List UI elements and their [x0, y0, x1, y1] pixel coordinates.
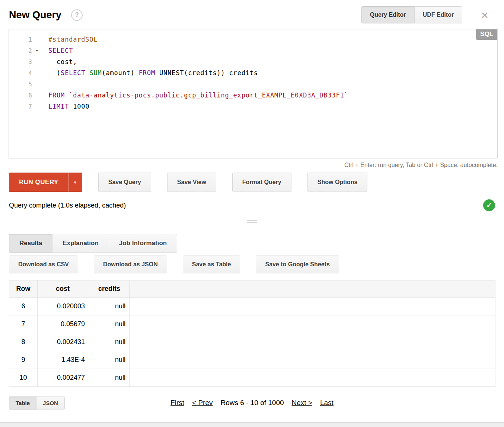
row-number-cell: 10 — [9, 369, 38, 387]
results-footer: Table JSON First < Prev Rows 6 - 10 of 1… — [9, 395, 495, 410]
gutter-line: 4 — [9, 67, 42, 78]
results-tbody: 60.020003null70.05679null80.002431null91… — [9, 298, 495, 387]
view-table-button[interactable]: Table — [9, 396, 36, 410]
tab-explanation[interactable]: Explanation — [52, 234, 109, 253]
sql-language-badge: SQL — [476, 29, 497, 40]
empty-cell — [130, 369, 495, 387]
header-spacer — [130, 280, 495, 298]
cost-cell: 0.020003 — [38, 298, 90, 315]
run-query-button[interactable]: RUN QUERY ▼ — [9, 173, 82, 192]
save-to-sheets-button[interactable]: Save to Google Sheets — [256, 256, 339, 273]
footer-strip — [0, 422, 504, 427]
cost-cell: 0.002431 — [38, 333, 90, 351]
save-view-button[interactable]: Save View — [167, 173, 216, 192]
editor-mode-switcher: Query Editor UDF Editor — [361, 6, 462, 23]
sql-editor[interactable]: 12▾34567 #standardSQLSELECT cost, (SELEC… — [9, 29, 498, 158]
header-credits: credits — [90, 280, 130, 298]
header-cost: cost — [38, 280, 90, 298]
table-row: 70.05679null — [9, 315, 495, 333]
pagination: First < Prev Rows 6 - 10 of 1000 Next > … — [170, 399, 334, 407]
empty-cell — [130, 315, 495, 333]
run-query-dropdown-icon[interactable]: ▼ — [68, 173, 82, 192]
run-query-label: RUN QUERY — [9, 173, 68, 192]
code-line[interactable]: SELECT — [48, 45, 497, 56]
row-number-cell: 7 — [9, 315, 38, 333]
fold-toggle-icon[interactable]: ▾ — [32, 48, 42, 53]
pagination-info: Rows 6 - 10 of 1000 — [220, 399, 284, 407]
code-line[interactable]: FROM `data-analytics-pocs.public.gcp_bil… — [48, 90, 497, 101]
export-actions: Download as CSV Download as JSON Save as… — [9, 256, 495, 273]
gutter-line: 5 — [9, 78, 42, 90]
code-line[interactable]: #standardSQL — [48, 34, 497, 45]
results-table: Row cost credits 60.020003null70.05679nu… — [9, 280, 495, 387]
editor-gutter: 12▾34567 — [9, 29, 42, 158]
table-row: 80.002431null — [9, 333, 495, 351]
row-number-cell: 8 — [9, 333, 38, 351]
pagination-first-link[interactable]: First — [170, 399, 184, 407]
credits-cell: null — [90, 369, 130, 387]
code-line[interactable]: cost, — [48, 56, 497, 67]
code-line[interactable]: LIMIT 1000 — [48, 101, 497, 112]
pagination-last-link[interactable]: Last — [320, 399, 334, 407]
empty-cell — [130, 333, 495, 351]
gutter-line: 1 — [9, 34, 42, 45]
credits-cell: null — [90, 333, 130, 351]
format-query-button[interactable]: Format Query — [232, 173, 291, 192]
row-number-cell: 9 — [9, 351, 38, 369]
download-json-button[interactable]: Download as JSON — [94, 256, 167, 273]
code-line[interactable]: (SELECT SUM(amount) FROM UNNEST(credits)… — [48, 67, 497, 78]
credits-cell: null — [90, 315, 130, 333]
gutter-line: 2▾ — [9, 45, 42, 56]
table-row: 60.020003null — [9, 298, 495, 315]
top-bar: New Query ? Query Editor UDF Editor × — [0, 0, 504, 29]
gutter-line: 6 — [9, 90, 42, 101]
query-status-text: Query complete (1.0s elapsed, cached) — [9, 202, 126, 209]
view-json-button[interactable]: JSON — [36, 396, 65, 410]
query-success-icon: ✓ — [483, 199, 495, 211]
query-toolbar: RUN QUERY ▼ Save Query Save View Format … — [9, 173, 495, 192]
gutter-line: 7 — [9, 101, 42, 112]
download-csv-button[interactable]: Download as CSV — [9, 256, 78, 273]
code-line[interactable] — [48, 78, 497, 90]
save-as-table-button[interactable]: Save as Table — [183, 256, 240, 273]
tab-udf-editor[interactable]: UDF Editor — [414, 6, 463, 23]
pagination-next-link[interactable]: Next > — [292, 399, 312, 407]
line-number: 1 — [9, 36, 32, 43]
tab-job-information[interactable]: Job Information — [109, 234, 177, 253]
editor-code[interactable]: #standardSQLSELECT cost, (SELECT SUM(amo… — [42, 29, 497, 158]
save-query-button[interactable]: Save Query — [98, 173, 151, 192]
header-row: Row — [9, 280, 38, 298]
query-status-row: Query complete (1.0s elapsed, cached) ✓ — [9, 199, 495, 211]
table-row: 100.002477null — [9, 369, 495, 387]
cost-cell: 0.002477 — [38, 369, 90, 387]
table-row: 91.43E-4null — [9, 351, 495, 369]
row-number-cell: 6 — [9, 298, 38, 315]
line-number: 7 — [9, 103, 32, 110]
close-icon[interactable]: × — [479, 8, 491, 22]
credits-cell: null — [90, 298, 130, 315]
cost-cell: 0.05679 — [38, 315, 90, 333]
empty-cell — [130, 298, 495, 315]
tab-results[interactable]: Results — [9, 234, 52, 253]
line-number: 6 — [9, 92, 32, 99]
table-header-row: Row cost credits — [9, 280, 495, 298]
line-number: 2 — [9, 47, 32, 54]
view-toggle: Table JSON — [9, 396, 65, 410]
line-number: 3 — [9, 58, 32, 65]
page-title: New Query — [9, 9, 61, 21]
show-options-button[interactable]: Show Options — [307, 173, 368, 192]
tab-query-editor[interactable]: Query Editor — [361, 6, 415, 23]
credits-cell: null — [90, 351, 130, 369]
empty-cell — [130, 351, 495, 369]
line-number: 4 — [9, 70, 32, 77]
pagination-prev-link[interactable]: < Prev — [192, 399, 213, 407]
line-number: 5 — [9, 81, 32, 88]
results-tabs: Results Explanation Job Information — [9, 234, 495, 253]
cost-cell: 1.43E-4 — [38, 351, 90, 369]
panel-resize-handle[interactable] — [247, 220, 257, 223]
help-icon[interactable]: ? — [71, 9, 83, 21]
shortcut-hint: Ctrl + Enter: run query, Tab or Ctrl + S… — [9, 162, 498, 168]
gutter-line: 3 — [9, 56, 42, 67]
